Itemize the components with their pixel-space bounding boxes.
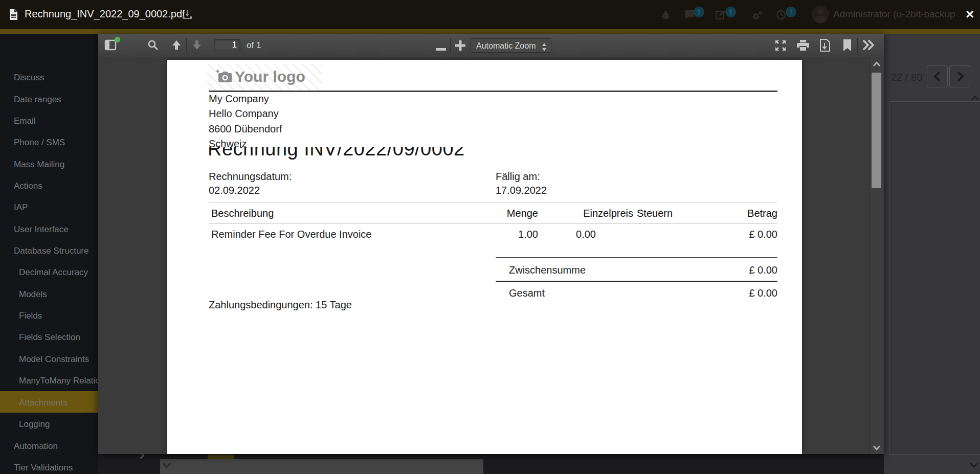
previous-page-icon[interactable] — [171, 39, 182, 53]
sidebar-item-manytomany-relations[interactable]: ManyToMany Relatio — [0, 375, 98, 388]
zoom-in-icon[interactable] — [455, 40, 465, 53]
scrollbar-thumb[interactable] — [872, 73, 881, 188]
settings-sidebar: Discuss Date ranges Email Phone / SMS Ma… — [0, 34, 98, 474]
screen: Rechnung_INV_2022_09_0002.pdf 1 1 1 Admi… — [0, 0, 980, 474]
zoom-out-icon[interactable] — [436, 44, 446, 53]
sidebar-item-iap[interactable]: IAP — [0, 201, 98, 215]
table-header-line — [209, 223, 777, 224]
attachment-pager-label: 22 / 80 — [891, 72, 922, 83]
zoom-level-select[interactable]: Automatic Zoom — [471, 38, 551, 53]
sidebar-item-decimal-accuracy[interactable]: Decimal Accuracy — [0, 266, 98, 280]
sidebar-item-date-ranges[interactable]: Date ranges — [0, 94, 98, 107]
pdf-file-icon — [9, 9, 18, 22]
print-icon[interactable] — [797, 39, 809, 53]
sidebar-item-automation[interactable]: Automation — [0, 440, 98, 454]
chevron-left-icon — [933, 72, 941, 83]
user-menu-label: Administrator (u-2bit-backup — [833, 9, 955, 20]
previous-attachment-button[interactable] — [927, 65, 948, 87]
gear-icon — [751, 10, 764, 23]
logo-placeholder-label: Your logo — [235, 68, 305, 85]
row-unit-price: 0.00 — [576, 229, 596, 240]
sidebar-item-fields[interactable]: Fields — [0, 310, 98, 323]
sidebar-item-phone-sms[interactable]: Phone / SMS — [0, 137, 98, 150]
bug-icon — [661, 10, 670, 22]
download-file-icon[interactable] — [183, 10, 192, 21]
total-label: Gesamt — [509, 287, 545, 299]
sidebar-notification-dot — [115, 37, 120, 42]
col-header-taxes: Steuern — [637, 208, 673, 219]
subtotal-value: £ 0.00 — [749, 264, 777, 276]
activities-clock-icon — [776, 10, 786, 22]
invoice-title: Rechnung INV/2022/09/0002 — [208, 147, 596, 160]
invoice-date-value: 02.09.2022 — [209, 185, 260, 196]
subtotal-label: Zwischensumme — [509, 264, 586, 276]
col-header-qty: Menge — [507, 208, 538, 219]
sidebar-item-models[interactable]: Models — [0, 288, 98, 302]
totals-top-line — [496, 257, 777, 258]
sidebar-item-email[interactable]: Email — [0, 115, 98, 128]
totals-divider-line — [496, 281, 777, 282]
scroll-down-icon[interactable] — [873, 444, 880, 453]
dimmed-attachment-frame — [889, 101, 980, 455]
nav-accent-line — [0, 29, 980, 34]
sidebar-item-actions[interactable]: Actions — [0, 180, 98, 193]
clipped-text-fragment — [208, 455, 234, 459]
zoom-level-value: Automatic Zoom — [476, 41, 536, 50]
sidebar-item-fields-selection[interactable]: Fields Selection — [0, 331, 98, 345]
sidebar-item-logging[interactable]: Logging — [0, 418, 98, 432]
select-arrows-icon — [542, 41, 547, 55]
avatar — [812, 6, 829, 23]
next-page-icon[interactable] — [191, 39, 203, 53]
notes-edit-icon — [716, 10, 726, 22]
page-number-input[interactable] — [214, 39, 240, 51]
document-title: Rechnung_INV_2022_09_0002.pdf — [25, 8, 185, 20]
company-line: 8600 Dübendorf — [209, 123, 282, 135]
next-attachment-button[interactable] — [949, 65, 970, 87]
total-value: £ 0.00 — [749, 287, 777, 299]
toggle-sidebar-button[interactable] — [104, 39, 118, 53]
more-tools-icon[interactable] — [862, 40, 876, 52]
top-bar: Rechnung_INV_2022_09_0002.pdf 1 1 1 Admi… — [0, 0, 980, 29]
header-divider — [209, 91, 777, 92]
presentation-mode-icon[interactable] — [774, 39, 787, 54]
col-header-description: Beschreibung — [211, 208, 274, 219]
download-icon[interactable] — [819, 39, 831, 54]
due-date-label: Fällig am: — [496, 171, 540, 183]
bookmark-icon[interactable] — [843, 39, 852, 53]
sidebar-item-user-interface[interactable]: User Interface — [0, 223, 98, 237]
company-line: Hello Company — [209, 108, 279, 120]
sidebar-item-database-structure[interactable]: Database Structure — [0, 245, 98, 258]
pdf-scrollbar[interactable] — [870, 57, 883, 454]
search-icon[interactable] — [147, 39, 159, 53]
pdfjs-toolbar: of 1 Automatic Zoom — [98, 34, 884, 57]
col-header-amount: Betrag — [747, 208, 777, 219]
row-description: Reminder Fee For Overdue Invoice — [211, 229, 371, 240]
chevron-right-icon — [956, 72, 965, 83]
company-line: My Company — [209, 93, 269, 105]
close-viewer-button[interactable]: × — [966, 7, 974, 21]
pdf-viewer: of 1 Automatic Zoom — [98, 34, 884, 454]
messages-badge: 1 — [694, 7, 704, 17]
row-qty: 1.00 — [518, 229, 538, 240]
notes-badge: 1 — [725, 7, 736, 17]
pdf-body: Your logo My Company Hello Company 8600 … — [98, 57, 884, 454]
invoice-title-clipped: Rechnung INV/2022/09/0002 — [208, 147, 596, 163]
invoice-page: Your logo My Company Hello Company 8600 … — [167, 60, 802, 454]
table-top-line — [209, 202, 777, 202]
row-amount: £ 0.00 — [749, 229, 777, 240]
sidebar-item-attachments[interactable]: Attachments — [0, 397, 98, 410]
payment-terms: Zahlungsbedingungen: 15 Tage — [209, 299, 352, 311]
chevron-down-icon — [162, 462, 171, 471]
camera-icon — [216, 69, 232, 85]
activities-badge: 1 — [786, 7, 796, 17]
sidebar-item-model-constraints[interactable]: Model Constraints — [0, 353, 98, 367]
sidebar-item-discuss[interactable]: Discuss — [0, 72, 98, 85]
sidebar-item-tier-validations[interactable]: Tier Validations — [0, 462, 98, 474]
chevron-down-icon — [970, 461, 978, 470]
page-count-label: of 1 — [247, 40, 261, 51]
invoice-date-label: Rechnungsdatum: — [209, 171, 292, 183]
due-date-value: 17.09.2022 — [496, 185, 547, 196]
dimmed-panel — [160, 459, 483, 474]
scroll-up-icon[interactable] — [873, 60, 880, 69]
sidebar-item-mass-mailing[interactable]: Mass Mailing — [0, 159, 98, 172]
